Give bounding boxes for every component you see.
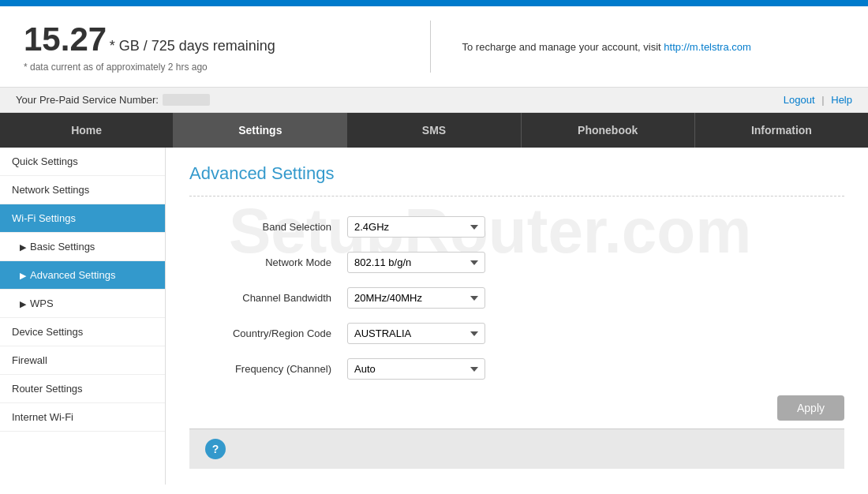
sidebar-item-device-settings[interactable]: Device Settings	[0, 318, 165, 346]
service-links: Logout | Help	[784, 94, 852, 106]
frequency-channel-label: Frequency (Channel)	[189, 363, 347, 375]
help-icon[interactable]: ?	[205, 439, 226, 459]
sidebar-item-advanced-settings[interactable]: ▶Advanced Settings	[0, 261, 165, 290]
sidebar-item-wps[interactable]: ▶WPS	[0, 290, 165, 318]
sidebar-item-internet-wifi[interactable]: Internet Wi-Fi	[0, 403, 165, 432]
sidebar-item-router-settings[interactable]: Router Settings	[0, 375, 165, 403]
title-divider	[189, 196, 844, 196]
sidebar-item-basic-settings[interactable]: ▶Basic Settings	[0, 233, 165, 261]
network-mode-row: Network Mode 802.11 b/g/n 802.11 b/g 802…	[189, 252, 844, 273]
apply-row: Apply	[189, 395, 844, 421]
channel-bandwidth-label: Channel Bandwidth	[189, 292, 347, 304]
top-banner	[0, 0, 868, 6]
help-link[interactable]: Help	[831, 94, 852, 106]
sidebar-item-network-settings[interactable]: Network Settings	[0, 176, 165, 204]
basic-settings-arrow: ▶	[20, 242, 26, 252]
nav-item-information[interactable]: Information	[695, 113, 868, 148]
nav-item-home[interactable]: Home	[0, 113, 174, 148]
service-number-value	[163, 94, 210, 106]
nav-item-settings[interactable]: Settings	[174, 113, 347, 148]
nav-item-phonebook[interactable]: Phonebook	[522, 113, 695, 148]
channel-bandwidth-row: Channel Bandwidth 20MHz/40MHz 20MHz 40MH…	[189, 287, 844, 309]
help-bar: ?	[189, 429, 844, 469]
logout-link[interactable]: Logout	[784, 94, 815, 106]
basic-settings-label: Basic Settings	[30, 241, 95, 253]
nav-bar: Home Settings SMS Phonebook Information	[0, 113, 868, 148]
sidebar-item-quick-settings[interactable]: Quick Settings	[0, 148, 165, 176]
band-selection-select[interactable]: 2.4GHz 5GHz	[347, 216, 485, 238]
frequency-channel-select[interactable]: Auto 1 6 11	[347, 358, 485, 380]
sidebar-item-firewall[interactable]: Firewall	[0, 346, 165, 375]
apply-button[interactable]: Apply	[777, 395, 844, 421]
data-usage-left: 15.27 * GB / 725 days remaining * data c…	[24, 21, 431, 73]
service-number-area: Your Pre-Paid Service Number:	[16, 94, 210, 106]
country-region-select[interactable]: AUSTRALIA USA EUROPE	[347, 323, 485, 344]
frequency-channel-row: Frequency (Channel) Auto 1 6 11	[189, 358, 844, 380]
band-selection-label: Band Selection	[189, 221, 347, 233]
data-amount: 15.27	[24, 21, 107, 58]
country-region-label: Country/Region Code	[189, 327, 347, 339]
data-usage-right: To recharge and manage your account, vis…	[431, 41, 845, 53]
network-mode-label: Network Mode	[189, 256, 347, 268]
data-sub: * data current as of approximately 2 hrs…	[24, 62, 406, 73]
data-usage-section: 15.27 * GB / 725 days remaining * data c…	[0, 6, 868, 88]
separator: |	[821, 94, 824, 106]
network-mode-select[interactable]: 802.11 b/g/n 802.11 b/g 802.11 n	[347, 252, 485, 273]
content-area: SetupRouter.com Advanced Settings Band S…	[166, 148, 868, 485]
main-layout: Quick Settings Network Settings Wi-Fi Se…	[0, 148, 868, 485]
page-title: Advanced Settings	[189, 163, 844, 184]
data-amount-display: 15.27 * GB / 725 days remaining	[24, 21, 406, 58]
recharge-link[interactable]: http://m.telstra.com	[664, 41, 751, 53]
nav-item-sms[interactable]: SMS	[347, 113, 521, 148]
data-unit: * GB / 725 days remaining	[110, 38, 275, 54]
channel-bandwidth-select[interactable]: 20MHz/40MHz 20MHz 40MHz	[347, 287, 485, 309]
sidebar-item-wifi-settings[interactable]: Wi-Fi Settings	[0, 204, 165, 233]
sidebar: Quick Settings Network Settings Wi-Fi Se…	[0, 148, 166, 485]
country-region-row: Country/Region Code AUSTRALIA USA EUROPE	[189, 323, 844, 344]
service-number-label: Your Pre-Paid Service Number:	[16, 94, 159, 106]
recharge-text: To recharge and manage your account, vis…	[462, 41, 664, 53]
service-bar: Your Pre-Paid Service Number: Logout | H…	[0, 88, 868, 113]
wps-label: WPS	[30, 298, 54, 309]
wps-arrow: ▶	[20, 299, 26, 309]
band-selection-row: Band Selection 2.4GHz 5GHz	[189, 216, 844, 238]
advanced-settings-label: Advanced Settings	[30, 269, 115, 281]
advanced-settings-arrow: ▶	[20, 271, 26, 280]
settings-form: Band Selection 2.4GHz 5GHz Network Mode …	[189, 216, 844, 421]
